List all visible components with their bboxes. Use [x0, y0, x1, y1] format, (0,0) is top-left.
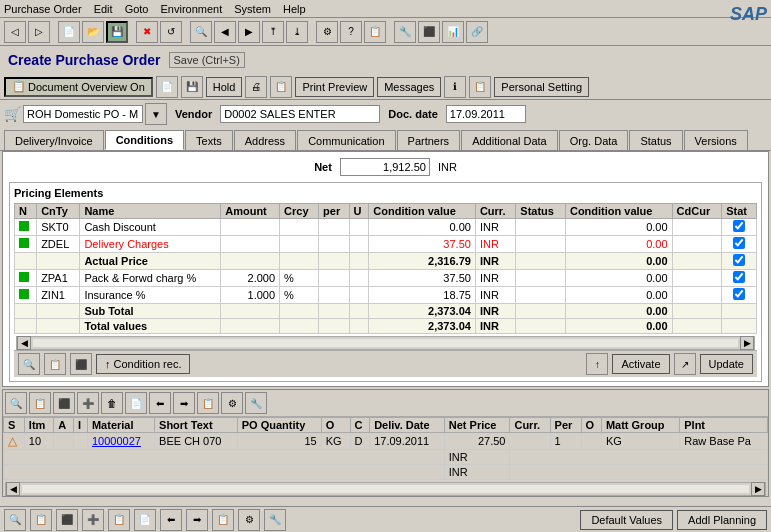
row-cond-value2: 0.00: [565, 219, 672, 236]
bb-btn3[interactable]: ⬛: [56, 509, 78, 531]
ab-btn6[interactable]: 📋: [469, 76, 491, 98]
menu-edit[interactable]: Edit: [94, 3, 113, 15]
items-tb6[interactable]: 📄: [125, 392, 147, 414]
items-tb7[interactable]: ⬅: [149, 392, 171, 414]
default-values-btn[interactable]: Default Values: [580, 510, 673, 530]
tab-address[interactable]: Address: [234, 130, 296, 150]
item-po-qty: 15: [237, 433, 321, 450]
ptb-btn5[interactable]: ↗: [674, 353, 696, 375]
po-type-dropdown[interactable]: ▼: [145, 103, 167, 125]
tb-btn10[interactable]: ⬛: [418, 21, 440, 43]
tb-btn1[interactable]: 🔍: [190, 21, 212, 43]
bb-btn10[interactable]: ⚙: [238, 509, 260, 531]
forward-button[interactable]: ▷: [28, 21, 50, 43]
menu-purchase-order[interactable]: Purchase Order: [4, 3, 82, 15]
new-button[interactable]: 📄: [58, 21, 80, 43]
row-per: [319, 219, 349, 236]
back-button[interactable]: ◁: [4, 21, 26, 43]
bb-btn8[interactable]: ➡: [186, 509, 208, 531]
tb-btn4[interactable]: ⤒: [262, 21, 284, 43]
row-status: [516, 236, 566, 253]
items-scroll-right[interactable]: ▶: [751, 482, 765, 496]
tb-btn8[interactable]: 📋: [364, 21, 386, 43]
tab-conditions[interactable]: Conditions: [105, 130, 184, 150]
addl-planning-btn[interactable]: Addl Planning: [677, 510, 767, 530]
po-type-input[interactable]: [23, 105, 143, 123]
items-scroll-track[interactable]: [22, 485, 749, 493]
save-button2[interactable]: 💾: [106, 21, 128, 43]
tb-btn9[interactable]: 🔧: [394, 21, 416, 43]
tab-partners[interactable]: Partners: [397, 130, 461, 150]
tb-btn2[interactable]: ◀: [214, 21, 236, 43]
scroll-right[interactable]: ▶: [740, 336, 754, 350]
row-crcy: [280, 253, 319, 270]
ab-btn3[interactable]: 🖨: [245, 76, 267, 98]
items-tb8[interactable]: ➡: [173, 392, 195, 414]
row-curr: INR: [475, 319, 515, 334]
ab-btn5[interactable]: ℹ: [444, 76, 466, 98]
tab-texts[interactable]: Texts: [185, 130, 233, 150]
update-btn[interactable]: Update: [700, 354, 753, 374]
ptb-btn2[interactable]: 📋: [44, 353, 66, 375]
ptb-btn1[interactable]: 🔍: [18, 353, 40, 375]
stop-button[interactable]: ✖: [136, 21, 158, 43]
messages-btn[interactable]: Messages: [377, 77, 441, 97]
tb-btn12[interactable]: 🔗: [466, 21, 488, 43]
ptb-btn4[interactable]: ↑: [586, 353, 608, 375]
bb-btn11[interactable]: 🔧: [264, 509, 286, 531]
bb-btn7[interactable]: ⬅: [160, 509, 182, 531]
items-tb3[interactable]: ⬛: [53, 392, 75, 414]
items-tb2[interactable]: 📋: [29, 392, 51, 414]
menu-goto[interactable]: Goto: [125, 3, 149, 15]
tab-additional-data[interactable]: Additional Data: [461, 130, 558, 150]
tb-btn7[interactable]: ?: [340, 21, 362, 43]
doc-overview-btn[interactable]: 📋 Document Overview On: [4, 77, 153, 97]
refresh-button[interactable]: ↺: [160, 21, 182, 43]
ptb-btn3[interactable]: ⬛: [70, 353, 92, 375]
menu-system[interactable]: System: [234, 3, 271, 15]
bb-btn2[interactable]: 📋: [30, 509, 52, 531]
bb-btn1[interactable]: 🔍: [4, 509, 26, 531]
row-cdcur: [672, 270, 722, 287]
bb-btn9[interactable]: 📋: [212, 509, 234, 531]
bb-btn4[interactable]: ➕: [82, 509, 104, 531]
tb-btn3[interactable]: ▶: [238, 21, 260, 43]
tb-btn11[interactable]: 📊: [442, 21, 464, 43]
tab-versions[interactable]: Versions: [684, 130, 748, 150]
items-tb11[interactable]: 🔧: [245, 392, 267, 414]
activate-btn[interactable]: Activate: [612, 354, 669, 374]
condition-rec-btn[interactable]: ↑ Condition rec.: [96, 354, 190, 374]
doc-date-input[interactable]: [446, 105, 526, 123]
items-table-row-2: INR: [4, 450, 768, 465]
tab-communication[interactable]: Communication: [297, 130, 395, 150]
ab-btn2[interactable]: 💾: [181, 76, 203, 98]
scroll-track[interactable]: [33, 339, 738, 347]
ab-btn1[interactable]: 📄: [156, 76, 178, 98]
items-scroll-left[interactable]: ◀: [6, 482, 20, 496]
items-tb4[interactable]: ➕: [77, 392, 99, 414]
tab-org-data[interactable]: Org. Data: [559, 130, 629, 150]
items-tb9[interactable]: 📋: [197, 392, 219, 414]
tb-btn6[interactable]: ⚙: [316, 21, 338, 43]
menu-environment[interactable]: Environment: [160, 3, 222, 15]
items-tb10[interactable]: ⚙: [221, 392, 243, 414]
tb-btn5[interactable]: ⤓: [286, 21, 308, 43]
menu-help[interactable]: Help: [283, 3, 306, 15]
items-tb1[interactable]: 🔍: [5, 392, 27, 414]
col-stat: Stat: [722, 204, 757, 219]
tab-status[interactable]: Status: [629, 130, 682, 150]
vendor-input[interactable]: [220, 105, 380, 123]
bb-btn5[interactable]: 📋: [108, 509, 130, 531]
tab-delivery-invoice[interactable]: Delivery/Invoice: [4, 130, 104, 150]
row-u: [349, 270, 369, 287]
tabs-row: Delivery/Invoice Conditions Texts Addres…: [0, 130, 771, 151]
open-button[interactable]: 📂: [82, 21, 104, 43]
items-tb5[interactable]: 🗑: [101, 392, 123, 414]
hold-btn[interactable]: Hold: [206, 77, 243, 97]
print-preview-btn[interactable]: Print Preview: [295, 77, 374, 97]
personal-setting-btn[interactable]: Personal Setting: [494, 77, 589, 97]
bb-btn6[interactable]: 📄: [134, 509, 156, 531]
ab-btn4[interactable]: 📋: [270, 76, 292, 98]
scroll-left[interactable]: ◀: [17, 336, 31, 350]
po-icon: 🛒: [4, 106, 21, 122]
